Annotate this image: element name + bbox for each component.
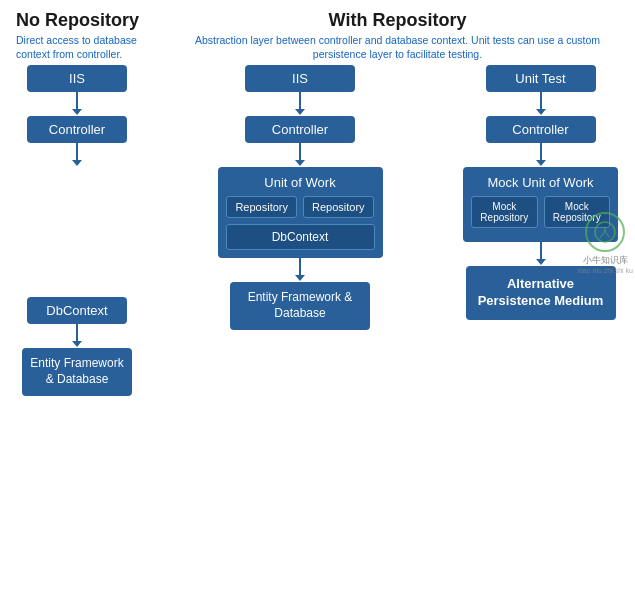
arrow-1a [76,92,78,110]
with-repo-dbcontext: DbContext [226,224,375,250]
unit-test-box: Unit Test [486,65,596,92]
mock-uow-title: Mock Unit of Work [471,175,610,190]
with-repo-repo2: Repository [303,196,374,218]
unit-test-bottom-box: Alternative Persistence Medium [466,266,616,320]
watermark-icon: 人 [585,212,625,252]
with-repo-repos-row: Repository Repository [226,196,375,218]
col-with-repo: IIS Controller Unit of Work Repository R… [152,65,448,395]
main-layout: IIS Controller DbContext Entity Framewor… [8,65,627,395]
no-repo-controller-box: Controller [27,116,127,143]
with-repo-repo1: Repository [226,196,297,218]
no-repo-bottom-box: Entity Framework & Database [22,348,132,395]
no-repo-desc: Direct access to database context from c… [16,33,168,61]
arrow-3a [540,92,542,110]
arrow-1c [76,324,78,342]
arrow-3c [540,242,542,260]
with-repo-iis-box: IIS [245,65,355,92]
no-repo-dbcontext-box: DbContext [27,297,127,324]
svg-text:人: 人 [599,225,611,239]
unit-test-controller-box: Controller [486,116,596,143]
arrow-2c [299,258,301,276]
header-row: No Repository Direct access to database … [8,10,627,61]
watermark: 人 小牛知识库 xiao niu zhi shi ku [578,212,633,240]
with-repo-uow-title: Unit of Work [226,175,375,190]
watermark-subtext: xiao niu zhi shi ku [578,267,633,274]
col-unit-test: Unit Test Controller Mock Unit of Work M… [458,65,623,395]
mock-repo1: Mock Repository [471,196,538,228]
arrow-2b [299,143,301,161]
no-repo-iis-box: IIS [27,65,127,92]
arrow-2a [299,92,301,110]
no-repo-header: No Repository Direct access to database … [8,10,168,61]
no-repo-title: No Repository [16,10,168,31]
page: No Repository Direct access to database … [0,0,635,615]
with-repo-bottom-box: Entity Framework & Database [230,282,370,329]
col-no-repo: IIS Controller DbContext Entity Framewor… [12,65,142,395]
with-repo-header: With Repository Abstraction layer betwee… [168,10,627,61]
with-repo-controller-box: Controller [245,116,355,143]
with-repo-title: With Repository [168,10,627,31]
watermark-text: 小牛知识库 [578,254,633,267]
arrow-3b [540,143,542,161]
with-repo-uow-container: Unit of Work Repository Repository DbCon… [218,167,383,258]
arrow-1b [76,143,78,161]
with-repo-desc: Abstraction layer between controller and… [168,33,627,61]
